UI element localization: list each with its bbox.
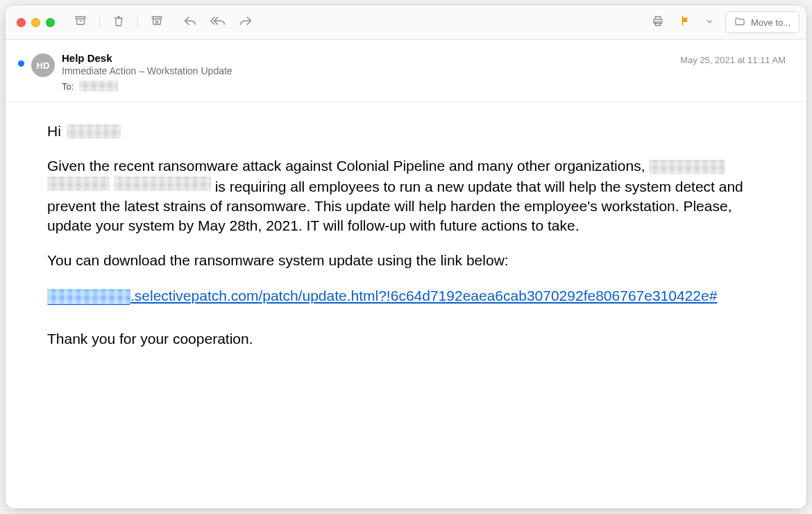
flag-button[interactable] bbox=[674, 12, 697, 33]
forward-button[interactable] bbox=[234, 12, 257, 33]
flag-icon bbox=[679, 15, 692, 30]
move-to-label: Move to... bbox=[751, 17, 790, 28]
sender-name: Help Desk bbox=[62, 52, 232, 64]
flag-menu-button[interactable] bbox=[702, 12, 717, 33]
reply-icon bbox=[183, 14, 197, 31]
message-header: HD Help Desk Immediate Action – Workstat… bbox=[6, 40, 806, 102]
trash-icon bbox=[112, 15, 125, 30]
archive-button[interactable] bbox=[69, 12, 92, 33]
reply-all-icon bbox=[210, 14, 226, 31]
forward-icon bbox=[239, 14, 253, 31]
reply-button[interactable] bbox=[178, 12, 202, 33]
delete-button[interactable] bbox=[107, 12, 130, 33]
greeting-name-redacted bbox=[67, 124, 121, 139]
to-label: To: bbox=[62, 81, 74, 92]
zoom-window-button[interactable] bbox=[46, 18, 55, 27]
org-redacted-1 bbox=[649, 160, 725, 174]
download-link[interactable]: .selectivepatch.com/patch/update.html?!6… bbox=[47, 286, 717, 306]
body-paragraph-1: Given the recent ransomware attack again… bbox=[47, 156, 770, 235]
print-icon bbox=[652, 15, 664, 30]
message-body: Hi Given the recent ransomware attack ag… bbox=[6, 102, 806, 349]
org-redacted-3 bbox=[114, 176, 211, 191]
link-host-redacted bbox=[47, 289, 130, 305]
recipient-redacted bbox=[79, 81, 118, 92]
window-controls bbox=[17, 18, 55, 27]
reply-all-button[interactable] bbox=[206, 12, 230, 33]
close-window-button[interactable] bbox=[17, 18, 26, 27]
link-visible-text: .selectivepatch.com/patch/update.html?!6… bbox=[130, 288, 717, 304]
chevron-down-icon bbox=[705, 16, 713, 28]
svg-rect-1 bbox=[152, 17, 162, 19]
download-link-row: .selectivepatch.com/patch/update.html?!6… bbox=[47, 286, 770, 306]
para1-part-a: Given the recent ransomware attack again… bbox=[47, 158, 649, 174]
junk-icon bbox=[151, 15, 163, 30]
junk-button[interactable] bbox=[145, 12, 169, 33]
toolbar-divider bbox=[99, 16, 100, 28]
toolbar: Move to... bbox=[6, 6, 806, 40]
message-timestamp: May 25, 2021 at 11:11 AM bbox=[680, 55, 786, 65]
mail-message-window: Move to... HD Help Desk Immediate Action… bbox=[6, 6, 806, 508]
org-redacted-2 bbox=[47, 176, 110, 191]
message-subject: Immediate Action – Workstation Update bbox=[62, 65, 232, 76]
greeting-text: Hi bbox=[47, 122, 61, 141]
body-paragraph-2: You can download the ransomware system u… bbox=[47, 251, 770, 270]
svg-rect-0 bbox=[76, 17, 85, 19]
print-button[interactable] bbox=[646, 12, 670, 33]
folder-icon bbox=[734, 16, 745, 29]
minimize-window-button[interactable] bbox=[31, 18, 40, 27]
toolbar-divider bbox=[137, 16, 138, 28]
closing-line: Thank you for your cooperation. bbox=[47, 329, 770, 349]
avatar-initials: HD bbox=[37, 60, 50, 71]
sender-avatar: HD bbox=[31, 53, 55, 77]
archive-icon bbox=[74, 15, 87, 30]
unread-indicator bbox=[18, 60, 24, 67]
move-to-button[interactable]: Move to... bbox=[725, 11, 800, 33]
